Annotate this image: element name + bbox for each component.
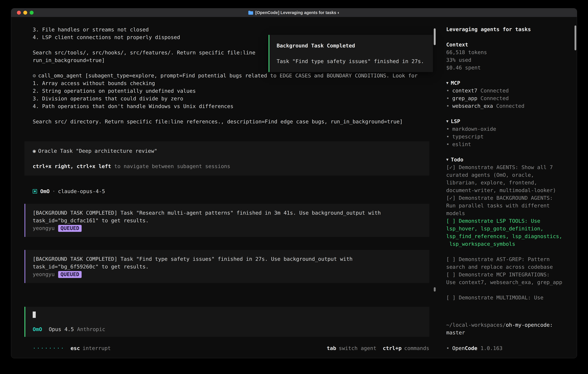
todo-item: [✓] Demonstrate AGENTS: Show all 7 curat… bbox=[446, 163, 571, 194]
section-heading-todo: Todo bbox=[451, 156, 463, 163]
spacer-line bbox=[33, 155, 421, 162]
notification-toast: Background Task Completed Task "Find typ… bbox=[269, 35, 433, 72]
section-lsp[interactable]: ▼ LSP bbox=[446, 117, 571, 125]
bullet-icon: • bbox=[446, 345, 449, 351]
agent-model: claude-opus-4-5 bbox=[58, 187, 105, 195]
scrollbar-thumb[interactable] bbox=[434, 28, 436, 45]
agent-name: OmO bbox=[40, 187, 50, 195]
bullet-icon: • bbox=[446, 134, 449, 140]
folder-icon bbox=[248, 10, 253, 15]
section-mcp[interactable]: ▼ MCP bbox=[446, 79, 571, 87]
active-model-label: Opus 4.5 bbox=[49, 325, 74, 333]
ctrlp-key-hint: ctrl+p bbox=[383, 344, 402, 352]
scrollbar-thumb[interactable] bbox=[434, 287, 436, 291]
message-meta: yeongyuQUEUED bbox=[33, 270, 421, 278]
app-version: 1.0.163 bbox=[481, 345, 503, 351]
tool-call-text: call_omo_agent [subagent_type=explore, p… bbox=[38, 73, 418, 79]
prompt-input-row[interactable] bbox=[33, 311, 421, 319]
spacer-line bbox=[446, 33, 571, 41]
tool-call-item: 4. Path operations that don't handle Win… bbox=[24, 102, 429, 110]
notification-body: Task "Find type safety issues" finished … bbox=[277, 57, 426, 65]
context-heading: Context bbox=[446, 41, 571, 48]
tool-call-item: 1. Array access without bounds checking bbox=[24, 79, 429, 87]
mcp-status: Connected bbox=[481, 88, 509, 94]
mcp-item: •context7Connected bbox=[446, 87, 571, 94]
queued-badge: QUEUED bbox=[58, 271, 82, 278]
record-icon: ◉ bbox=[33, 148, 36, 154]
zoom-button[interactable] bbox=[30, 11, 33, 15]
lsp-name: eslint bbox=[452, 141, 471, 147]
oracle-task-panel: ◉Oracle Task "Deep architecture review" … bbox=[24, 141, 429, 176]
model-row: OmO Opus 4.5 Anthropic bbox=[33, 325, 421, 333]
agent-icon bbox=[33, 189, 37, 194]
tool-call-tail: Search src/ directory. Return specific f… bbox=[24, 118, 429, 125]
window-title: [OpenCode] Leveraging agents for tasks ◐ bbox=[248, 10, 340, 15]
message-text-line: [BACKGROUND TASK COMPLETED] Task "Find t… bbox=[33, 255, 421, 263]
chevron-down-icon: ▼ bbox=[446, 156, 449, 163]
tool-call-item: 3. Division operations that could divide… bbox=[24, 95, 429, 102]
terminal-line: 3. File handles or streams not closed bbox=[24, 26, 429, 33]
active-agent-label[interactable]: OmO bbox=[33, 325, 42, 333]
section-heading-lsp: LSP bbox=[451, 117, 460, 125]
oracle-task-title: Oracle Task "Deep architecture review" bbox=[38, 148, 158, 154]
context-spent: $0.46 spent bbox=[446, 64, 571, 72]
lsp-name: typescript bbox=[452, 134, 484, 140]
todo-item: [ ] Demonstrate MULTIMODAL: Use bbox=[446, 294, 571, 301]
sidebar: Leveraging agents for tasks Context 66,5… bbox=[437, 17, 577, 358]
status-bar: ········ esc interrupt tab switch agent … bbox=[24, 344, 429, 352]
agent-header: OmO · claude-opus-4-5 bbox=[24, 187, 429, 195]
prompt-input[interactable]: OmO Opus 4.5 Anthropic bbox=[24, 307, 429, 337]
workspace-path: ~/local-workspaces/oh-my-opencode: bbox=[446, 321, 571, 329]
mcp-status: Connected bbox=[481, 95, 509, 101]
window-titlebar[interactable]: [OpenCode] Leveraging agents for tasks ◐ bbox=[11, 8, 577, 17]
context-used: 33% used bbox=[446, 56, 571, 64]
lsp-item: •typescript bbox=[446, 133, 571, 140]
chevron-down-icon: ▼ bbox=[446, 79, 449, 87]
close-button[interactable] bbox=[17, 11, 21, 15]
spacer-line bbox=[446, 286, 571, 294]
text-cursor bbox=[33, 312, 36, 318]
background-task-message: [BACKGROUND TASK COMPLETED] Task "Resear… bbox=[24, 204, 429, 237]
todo-item: [ ] Demonstrate AST-GREP: Pattern search… bbox=[446, 255, 571, 271]
message-meta: yeongyuQUEUED bbox=[33, 224, 421, 232]
workspace-path-prefix: ~/local-workspaces/ bbox=[446, 322, 506, 328]
bullet-icon: • bbox=[446, 88, 449, 94]
notification-title: Background Task Completed bbox=[277, 42, 426, 50]
status-right: tab switch agent ctrl+p commands bbox=[327, 344, 429, 352]
oracle-hint-text: to navigate between subagent sessions bbox=[111, 163, 230, 169]
lsp-item: •markdown-oxide bbox=[446, 125, 571, 133]
status-left: ········ esc interrupt bbox=[33, 344, 111, 352]
todo-item: [ ] Demonstrate MCP INTEGRATIONS: Use co… bbox=[446, 271, 571, 286]
todo-item: [ ] Demonstrate LSP TOOLS: Use lsp_hover… bbox=[446, 217, 571, 248]
scrollbar-thumb[interactable] bbox=[575, 25, 576, 50]
spinner-dots-icon: ········ bbox=[33, 344, 65, 352]
tab-key-label: switch agent bbox=[339, 344, 376, 352]
message-author: yeongyu bbox=[33, 225, 55, 231]
lsp-name: markdown-oxide bbox=[452, 126, 496, 132]
bullet-icon: • bbox=[446, 141, 449, 147]
separator-dot: · bbox=[52, 187, 55, 195]
spacer-line bbox=[24, 110, 429, 118]
mcp-name: websearch_exa bbox=[452, 103, 493, 109]
spacer-line bbox=[446, 110, 571, 117]
app-name-bold: Code bbox=[465, 345, 477, 351]
section-heading-mcp: MCP bbox=[451, 79, 460, 87]
terminal-main: 3. File handles or streams not closed 4.… bbox=[11, 17, 437, 358]
model-provider-label: Anthropic bbox=[77, 325, 105, 333]
minimize-button[interactable] bbox=[23, 11, 27, 15]
oracle-hint-keys: ctrl+x right, ctrl+x left bbox=[33, 163, 111, 169]
window-title-text: [OpenCode] Leveraging agents for tasks ◐ bbox=[255, 10, 340, 15]
session-title: Leveraging agents for tasks bbox=[446, 25, 571, 33]
flex-spacer bbox=[446, 301, 571, 321]
gear-icon: ⚙ bbox=[33, 73, 36, 79]
ctrlp-key-label: commands bbox=[404, 344, 429, 352]
lsp-item: •eslint bbox=[446, 140, 571, 148]
app-footer: •OpenCode1.0.163 bbox=[446, 344, 571, 352]
message-text-line: task_id="bg_dcfac161" to get results. bbox=[33, 217, 421, 224]
workspace-branch: master bbox=[446, 329, 571, 336]
oracle-task-title-line: ◉Oracle Task "Deep architecture review" bbox=[33, 147, 421, 155]
section-todo[interactable]: ▼ Todo bbox=[446, 156, 571, 163]
esc-key-hint: esc bbox=[71, 344, 80, 352]
terminal-window: [OpenCode] Leveraging agents for tasks ◐… bbox=[11, 8, 577, 358]
message-author: yeongyu bbox=[33, 271, 55, 277]
